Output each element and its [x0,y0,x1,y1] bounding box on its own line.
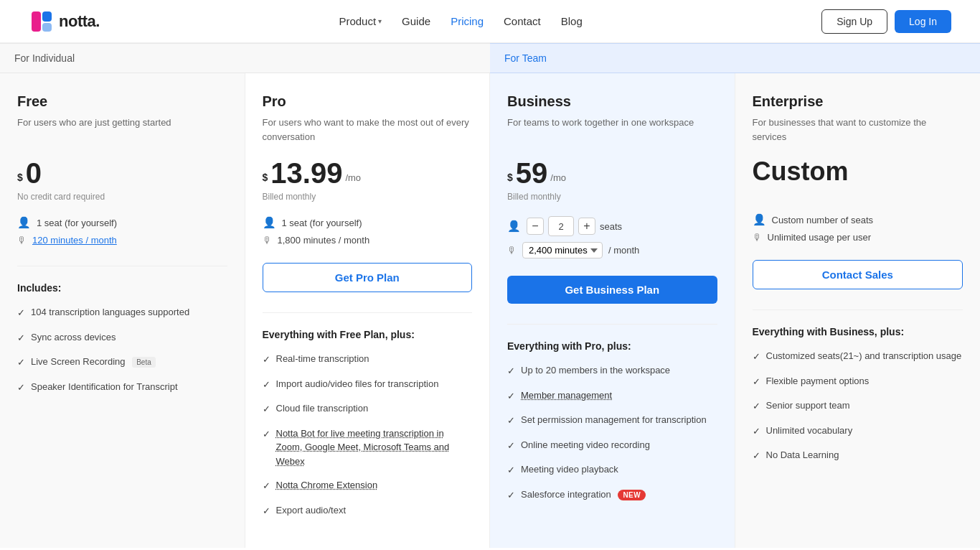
notta-bot-link[interactable]: Notta Bot for live meeting transcription… [276,428,450,467]
check-icon: ✓ [17,381,25,395]
feature-item: ✓ Live Screen Recording Beta [17,355,227,370]
plan-enterprise: Enterprise For businesses that want to c… [735,73,981,548]
enterprise-minutes-text: Unlimited usage per user [768,232,872,243]
check-icon: ✓ [17,355,25,370]
plan-business: Business For teams to work together in o… [490,73,735,548]
team-label: For Team [490,43,980,73]
business-minutes-row: 🎙 2,400 minutes 3,600 minutes 6,000 minu… [507,242,717,258]
check-icon: ✓ [753,449,760,463]
check-icon: ✓ [263,353,270,367]
check-icon: ✓ [753,424,760,439]
feature-text: Sync across devices [31,330,227,345]
feature-item: ✓ Notta Bot for live meeting transcripti… [263,427,473,469]
pro-price-row: $ 13.99 /mo [263,159,473,187]
member-management-link[interactable]: Member management [521,390,612,401]
individual-label: For Individual [0,43,490,73]
business-period: /mo [550,172,566,187]
business-plan-name: Business [507,93,717,110]
feature-item: ✓ Notta Chrome Extension [263,478,473,493]
feature-item: ✓ Unlimited vocabulary [753,424,963,439]
business-price-row: $ 59 /mo [507,159,717,187]
feature-item: ✓ Up to 20 members in the workspace [507,363,717,378]
feature-item: ✓ Senior support team [753,398,963,414]
free-features-title: Includes: [17,282,227,294]
feature-item: ✓ Set permission management for transcri… [507,413,717,428]
enterprise-features: Everything with Business, plus: ✓ Custom… [753,309,963,463]
pro-amount: 13.99 [270,159,342,187]
person-icon: 👤 [263,216,276,229]
free-currency: $ [17,172,23,187]
pro-minutes-text: 1,800 minutes / month [278,235,370,246]
check-icon: ✓ [17,331,25,345]
pro-seat-text: 1 seat (for yourself) [282,218,362,228]
pro-plan-desc: For users who want to make the most out … [263,116,473,144]
free-plan-name: Free [17,93,227,110]
seats-label: seats [600,221,622,232]
check-icon: ✓ [507,364,515,378]
pro-seat-row: 👤 1 seat (for yourself) [263,216,473,229]
free-features: Includes: ✓ 104 transcription languages … [17,266,227,394]
beta-badge: Beta [132,357,156,368]
business-price-note: Billed monthly [507,192,717,205]
plan-pro: Pro For users who want to make the most … [245,73,491,548]
check-icon: ✓ [753,399,760,414]
person-icon: 👤 [507,220,521,233]
feature-item: ✓ Online meeting video recording [507,438,717,453]
free-plan-desc: For users who are just getting started [17,116,227,144]
main-nav: Product ▾ Guide Pricing Contact Blog [339,15,582,27]
business-currency: $ [507,172,513,187]
pro-cta-button[interactable]: Get Pro Plan [263,263,473,292]
feature-item: ✓ Meeting video playback [507,462,717,477]
nav-guide[interactable]: Guide [402,15,430,27]
enterprise-price-note [753,189,963,202]
check-icon: ✓ [507,488,515,503]
enterprise-plan-name: Enterprise [753,93,963,110]
chevron-down-icon: ▾ [378,17,382,25]
feature-text: Speaker Identification for Transcript [31,380,227,394]
pro-price-note: Billed monthly [263,192,473,205]
check-icon: ✓ [507,389,515,404]
check-icon: ✓ [507,463,515,477]
header: notta. Product ▾ Guide Pricing Contact B… [0,0,980,43]
seat-count: 2 [548,216,574,236]
enterprise-amount: Custom [753,159,849,185]
waveform-icon: 🎙 [263,235,272,246]
nav-blog[interactable]: Blog [561,15,583,27]
nav-pricing[interactable]: Pricing [451,15,484,27]
free-minutes-text[interactable]: 120 minutes / month [32,235,117,246]
check-icon: ✓ [507,439,515,453]
pro-features: Everything with Free Plan, plus: ✓ Real-… [263,312,473,518]
enterprise-seat-text: Custom number of seats [772,215,874,225]
minutes-select[interactable]: 2,400 minutes 3,600 minutes 6,000 minute… [522,242,603,258]
feature-item: ✓ No Data Learning [753,448,963,463]
waveform-icon: 🎙 [17,235,27,246]
enterprise-price-row: Custom [753,159,963,185]
feature-item: ✓ Speaker Identification for Transcript [17,380,227,395]
free-seat-text: 1 seat (for yourself) [37,218,117,228]
feature-item: ✓ Customized seats(21~) and transcriptio… [753,349,963,364]
check-icon: ✓ [263,504,270,518]
pro-plan-name: Pro [263,93,473,110]
business-cta-button[interactable]: Get Business Plan [507,276,717,304]
free-minutes-row: 🎙 120 minutes / month [17,235,227,246]
signup-button[interactable]: Sign Up [821,9,887,34]
business-seat-row: 👤 − 2 + seats [507,216,717,236]
feature-item: ✓ Cloud file transcription [263,401,473,416]
plans-grid: Free For users who are just getting star… [0,73,980,548]
logo[interactable]: notta. [29,9,100,34]
chrome-extension-link[interactable]: Notta Chrome Extension [276,480,378,490]
svg-rect-2 [42,11,52,22]
nav-product[interactable]: Product ▾ [339,15,382,27]
nav-contact[interactable]: Contact [504,15,541,27]
check-icon: ✓ [263,479,270,493]
check-icon: ✓ [263,427,270,442]
enterprise-cta-button[interactable]: Contact Sales [753,260,963,289]
section-labels: For Individual For Team [0,43,980,73]
feature-item: ✓ Real-time transcription [263,352,473,367]
enterprise-features-title: Everything with Business, plus: [753,326,963,337]
seat-increment-button[interactable]: + [578,218,595,235]
login-button[interactable]: Log In [895,10,951,33]
seat-decrement-button[interactable]: − [527,218,544,235]
pro-features-title: Everything with Free Plan, plus: [263,329,473,340]
pro-currency: $ [263,172,268,187]
